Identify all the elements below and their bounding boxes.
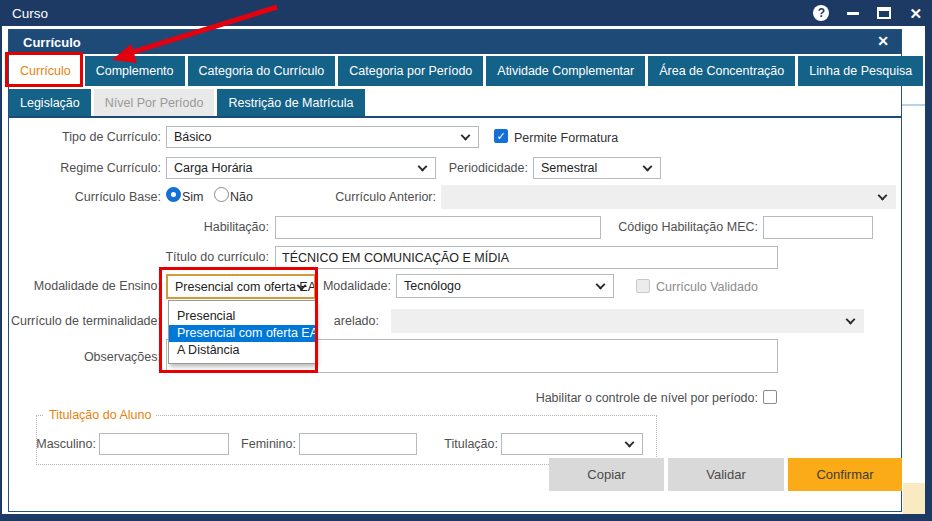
curriculo-base-nao-radio[interactable] [214,187,229,202]
window-title: Curso [12,6,48,21]
habilitacao-label: Habilitação: [9,220,269,234]
chevron-down-icon [461,131,471,141]
background-footer-strip [903,483,925,514]
regime-curriculo-label: Regime Currículo: [9,161,161,175]
periodicidade-label: Periodicidade: [443,161,528,175]
tab-restricao-de-matricula[interactable]: Restrição de Matrícula [217,89,364,116]
chevron-down-icon [625,438,635,448]
habilitar-controle-label: Habilitar o controle de nível por períod… [458,391,758,405]
permite-formatura-label: Permite Formatura [514,131,618,145]
modalidade-value: Tecnólogo [404,279,461,293]
modalidade-ensino-dropdown-list: Presencial Presencial com oferta EAD A D… [168,300,316,364]
tab-row-2: Legislação Nível Por Período Restrição d… [9,89,365,116]
habilitar-controle-checkbox[interactable] [763,390,777,404]
titulo-curriculo-input[interactable]: TÉCNICO EM COMUNICAÇÃO E MÍDIA [275,246,778,269]
tab-area-de-concentracao[interactable]: Área de Concentração [648,56,795,86]
curriculo-validado-label: Currículo Validado [656,280,758,294]
tipo-curriculo-value: Básico [174,130,212,144]
tab-categoria-do-curriculo[interactable]: Categoria do Currículo [188,56,336,86]
titulo-curriculo-value: TÉCNICO EM COMUNICAÇÃO E MÍDIA [282,251,509,265]
curriculo-dialog: Currículo ✕ Currículo Complemento Catego… [8,29,902,512]
modalidade-select[interactable]: Tecnólogo [396,274,614,298]
close-icon[interactable]: ✕ [909,6,922,21]
dialog-close-icon[interactable]: ✕ [877,33,889,49]
tab-row-1: Currículo Complemento Categoria do Currí… [9,56,923,86]
background-divider [902,104,925,106]
curriculo-validado-checkbox [636,279,650,293]
chevron-down-icon [878,191,888,201]
dropdown-option-presencial[interactable]: Presencial [169,308,315,325]
app-window: Curso ? ✕ Currículo ✕ Currículo Compleme… [0,0,932,521]
tab-atividade-complementar[interactable]: Atividade Complementar [486,56,645,86]
permite-formatura-checkbox[interactable]: ✓ [494,129,508,143]
chevron-down-icon [643,162,653,172]
periodicidade-value: Semestral [541,161,597,175]
tab-categoria-por-periodo[interactable]: Categoria por Período [338,56,483,86]
regime-curriculo-value: Carga Horária [174,161,253,175]
codigo-habilitacao-mec-label: Código Habilitação MEC: [569,220,758,234]
titulacao-label: Titulação: [409,437,498,451]
curriculo-anterior-label: Currículo Anterior: [306,190,436,204]
titulacao-aluno-legend: Titulação do Aluno [44,408,156,422]
tab-curriculo[interactable]: Currículo [9,56,82,86]
periodicidade-select[interactable]: Semestral [533,157,661,179]
modalidade-label: Modalidade: [321,279,391,293]
curriculo-base-sim-label: Sim [182,190,204,204]
titulacao-select[interactable] [501,433,643,455]
hidden-label-fragment: arelado: [323,314,379,328]
tab-complemento[interactable]: Complemento [85,56,185,86]
tab-linha-de-pesquisa[interactable]: Linha de Pesquisa [798,56,923,86]
window-bottom-border [0,514,932,521]
window-titlebar: Curso ? ✕ [0,0,932,26]
modalidade-ensino-value: Presencial com oferta EAD [175,280,316,294]
dropdown-option-presencial-com-oferta-ead[interactable]: Presencial com oferta EAD [169,325,315,342]
minimize-icon[interactable] [847,12,859,15]
regime-curriculo-select[interactable]: Carga Horária [166,157,436,179]
codigo-habilitacao-mec-input[interactable] [763,216,873,239]
copiar-button[interactable]: Copiar [549,458,664,491]
tab-nivel-por-periodo: Nível Por Período [94,89,215,116]
habilitacao-input[interactable] [275,216,601,239]
restore-icon[interactable] [877,7,891,19]
titulo-curriculo-label: Título do currículo: [9,250,269,264]
modalidade-ensino-select[interactable]: Presencial com oferta EAD [166,274,316,299]
curriculo-anterior-select [441,185,896,209]
feminino-input[interactable] [299,433,417,455]
terminalidade-related-select [391,309,864,333]
modalidade-ensino-label: Modalidade de Ensino: [9,279,161,293]
chevron-down-icon [846,315,856,325]
dialog-title: Currículo [23,35,81,50]
dropdown-option-a-distancia[interactable]: A Distância [169,342,315,359]
curriculo-base-nao-label: Não [230,190,253,204]
tab-legislacao[interactable]: Legislação [9,89,91,116]
validar-button[interactable]: Validar [668,458,784,491]
chevron-down-icon [596,280,606,290]
curriculo-terminalidade-label: Currículo de terminalidade: [9,314,161,328]
tab-panel-divider [9,116,901,118]
help-icon[interactable]: ? [813,5,829,21]
tipo-curriculo-select[interactable]: Básico [166,126,479,148]
curriculo-base-label: Currículo Base: [9,190,161,204]
observacoes-label: Observações: [9,350,161,364]
confirmar-button[interactable]: Confirmar [788,458,902,491]
dialog-titlebar: Currículo ✕ [9,30,901,54]
tipo-curriculo-label: Tipo de Currículo: [9,130,161,144]
masculino-label: Masculino: [9,437,96,451]
feminino-label: Feminino: [209,437,296,451]
chevron-down-icon [418,162,428,172]
curriculo-base-sim-radio[interactable] [166,187,181,202]
